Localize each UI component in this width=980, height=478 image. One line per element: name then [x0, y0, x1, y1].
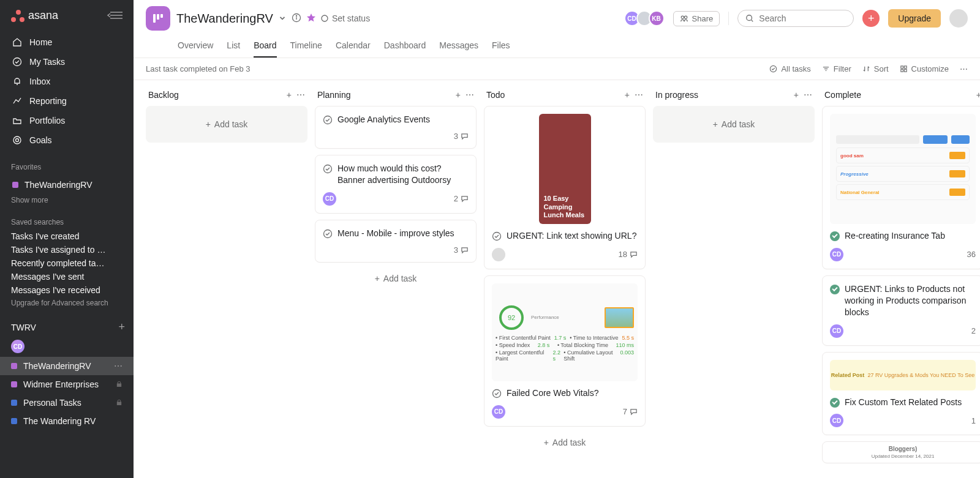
workspace-name[interactable]: TWRV — [11, 323, 36, 332]
comment-count[interactable]: 3 — [454, 245, 469, 255]
tab-board[interactable]: Board — [254, 35, 276, 58]
tab-dashboard[interactable]: Dashboard — [384, 35, 426, 58]
assignee-avatar[interactable]: CD — [830, 248, 843, 261]
task-card[interactable]: 92Performance • First Contentful Paint1.… — [484, 275, 646, 427]
add-card-icon[interactable]: + — [625, 90, 630, 100]
project-item-widmer[interactable]: Widmer Enterprises — [0, 375, 134, 394]
project-item-thewanderingrv[interactable]: TheWanderingRV ⋯ — [0, 357, 134, 375]
add-card-icon[interactable]: + — [456, 90, 461, 100]
collapse-sidebar-icon[interactable] — [107, 9, 125, 22]
asana-logo[interactable]: asana — [11, 9, 58, 22]
task-card[interactable]: Related Post 27 RV Upgrades & Mods You N… — [822, 352, 980, 436]
task-card[interactable]: 10 Easy Camping Lunch Meals URGENT: Link… — [484, 106, 646, 269]
saved-search[interactable]: Tasks I've assigned to … — [11, 245, 123, 255]
complete-toggle-icon[interactable] — [323, 164, 333, 174]
completed-icon[interactable] — [830, 398, 840, 408]
nav-goals[interactable]: Goals — [6, 131, 127, 149]
sort-button[interactable]: Sort — [862, 64, 889, 73]
more-actions-button[interactable]: ⋯ — [960, 64, 968, 73]
comment-icon — [630, 408, 638, 416]
task-card[interactable]: URGENT: Links to Products not working in… — [822, 275, 980, 346]
show-more-favorites[interactable]: Show more — [11, 193, 123, 207]
tab-timeline[interactable]: Timeline — [290, 35, 322, 58]
comment-count[interactable]: 7 — [623, 407, 638, 416]
saved-search[interactable]: Tasks I've created — [11, 231, 123, 241]
saved-search[interactable]: Messages I've received — [11, 285, 123, 295]
assignee-avatar[interactable] — [492, 248, 505, 261]
column-title[interactable]: Planning — [317, 90, 351, 100]
tab-files[interactable]: Files — [492, 35, 510, 58]
column-title[interactable]: Complete — [824, 90, 861, 100]
filter-button[interactable]: Filter — [822, 64, 851, 73]
assignee-avatar[interactable]: CD — [830, 324, 843, 338]
column-title[interactable]: Todo — [486, 90, 505, 100]
tab-list[interactable]: List — [227, 35, 240, 58]
task-card[interactable]: Google Analytics Events 3 — [315, 106, 477, 149]
star-icon[interactable] — [306, 13, 316, 24]
complete-toggle-icon[interactable] — [492, 389, 502, 398]
add-task-link[interactable]: +Add task — [484, 433, 646, 452]
complete-toggle-icon[interactable] — [492, 231, 502, 241]
nav-reporting[interactable]: Reporting — [6, 92, 127, 110]
task-card[interactable]: How much would this cost? Banner adverti… — [315, 155, 477, 214]
search-box[interactable] — [737, 10, 854, 27]
workspace-avatar[interactable]: CD — [11, 340, 24, 353]
add-task-placeholder[interactable]: +Add task — [146, 106, 307, 143]
add-task-link[interactable]: +Add task — [315, 269, 477, 288]
complete-toggle-icon[interactable] — [323, 229, 333, 239]
nav-home[interactable]: Home — [6, 33, 127, 51]
tab-messages[interactable]: Messages — [439, 35, 478, 58]
comment-count[interactable]: 1 — [971, 416, 976, 425]
nav-inbox[interactable]: Inbox — [6, 72, 127, 91]
customize-button[interactable]: Customize — [900, 64, 949, 73]
project-icon[interactable] — [146, 6, 170, 31]
user-avatar[interactable] — [949, 9, 968, 28]
comment-count[interactable]: 2 — [971, 326, 976, 335]
column-title[interactable]: Backlog — [148, 90, 179, 100]
assignee-avatar[interactable]: CD — [323, 192, 336, 206]
comment-count[interactable]: 3 — [454, 132, 469, 141]
column-more-icon[interactable]: ⋯ — [804, 90, 812, 100]
column-title[interactable]: In progress — [655, 90, 698, 100]
column-more-icon[interactable]: ⋯ — [466, 90, 474, 100]
add-card-icon[interactable]: + — [794, 90, 799, 100]
info-icon[interactable] — [292, 13, 301, 24]
search-input[interactable] — [759, 13, 866, 23]
column-more-icon[interactable]: ⋯ — [296, 90, 305, 100]
assignee-avatar[interactable]: CD — [492, 405, 505, 419]
add-card-icon[interactable]: + — [287, 90, 292, 100]
share-button[interactable]: Share — [673, 11, 720, 26]
project-item-personal[interactable]: Personal Tasks — [0, 394, 134, 412]
task-card[interactable]: Menu - Mobile - improve styles 3 — [315, 220, 477, 263]
assignee-avatar[interactable]: CD — [830, 414, 843, 427]
chevron-down-icon[interactable] — [278, 13, 287, 24]
tab-calendar[interactable]: Calendar — [336, 35, 371, 58]
global-add-button[interactable]: + — [862, 10, 880, 27]
comment-count[interactable]: 36 — [967, 250, 976, 259]
task-card[interactable]: good sam Progressive National General Re… — [822, 106, 980, 269]
completed-icon[interactable] — [830, 285, 840, 294]
project-title[interactable]: TheWanderingRV — [176, 12, 273, 26]
column-more-icon[interactable]: ⋯ — [635, 90, 643, 100]
project-item-wanderingrv2[interactable]: The Wandering RV — [0, 412, 134, 430]
completed-icon[interactable] — [830, 231, 840, 241]
nav-portfolios[interactable]: Portfolios — [6, 111, 127, 130]
set-status-button[interactable]: Set status — [321, 13, 370, 23]
add-card-icon[interactable]: + — [976, 90, 980, 100]
favorite-project[interactable]: TheWanderingRV — [11, 176, 123, 193]
comment-count[interactable]: 18 — [619, 250, 638, 259]
comment-count[interactable]: 2 — [454, 194, 469, 203]
upgrade-button[interactable]: Upgrade — [888, 9, 941, 28]
add-project-icon[interactable]: + — [118, 321, 125, 334]
upgrade-search-link[interactable]: Upgrade for Advanced search — [11, 299, 123, 307]
saved-search[interactable]: Recently completed ta… — [11, 258, 123, 268]
complete-toggle-icon[interactable] — [323, 115, 333, 125]
add-task-placeholder[interactable]: +Add task — [653, 106, 815, 143]
project-members[interactable]: CD KB — [628, 10, 665, 26]
nav-my-tasks[interactable]: My Tasks — [6, 53, 127, 71]
more-icon[interactable]: ⋯ — [114, 361, 123, 371]
all-tasks-button[interactable]: All tasks — [769, 64, 810, 73]
task-card[interactable]: Bloggers)Updated December 14, 2021 — [822, 441, 980, 463]
saved-search[interactable]: Messages I've sent — [11, 272, 123, 282]
tab-overview[interactable]: Overview — [178, 35, 213, 58]
